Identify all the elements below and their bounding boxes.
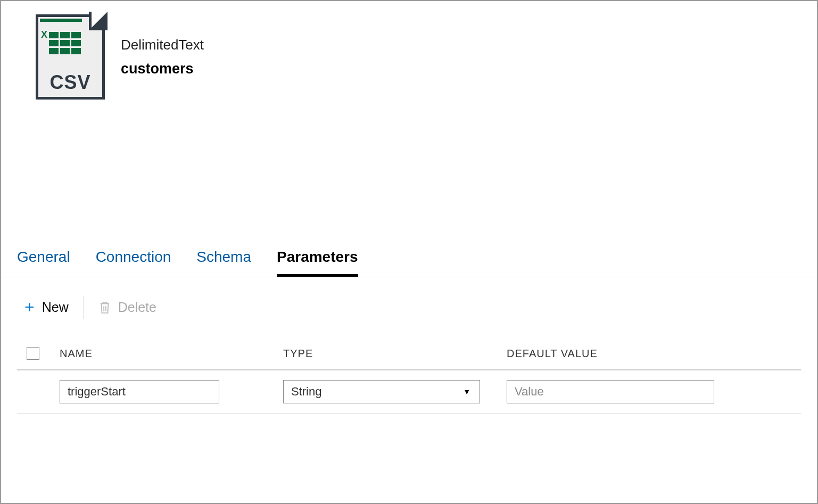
csv-x-mark: X (41, 29, 47, 40)
new-button-label: New (42, 300, 69, 315)
tab-connection[interactable]: Connection (96, 249, 171, 277)
tab-bar: General Connection Schema Parameters (1, 249, 817, 277)
header-type: TYPE (283, 348, 507, 360)
header-name: NAME (60, 348, 283, 360)
trash-icon (99, 301, 111, 315)
table-row: ▼ (17, 370, 801, 414)
tab-parameters[interactable]: Parameters (277, 249, 358, 277)
new-button[interactable]: + New (24, 293, 69, 321)
parameter-default-input[interactable] (507, 380, 714, 403)
dataset-info: DelimitedText customers (121, 37, 204, 77)
plus-icon: + (24, 298, 35, 317)
csv-file-icon: X CSV (36, 14, 105, 100)
parameter-name-input[interactable] (60, 380, 219, 403)
parameters-table: NAME TYPE DEFAULT VALUE ▼ (1, 337, 817, 414)
select-all-checkbox[interactable] (27, 347, 39, 360)
table-header: NAME TYPE DEFAULT VALUE (17, 337, 801, 370)
delete-button-label: Delete (118, 300, 156, 315)
csv-icon-label: CSV (49, 71, 90, 94)
dataset-header: X CSV DelimitedText customers (1, 14, 817, 100)
toolbar-divider (84, 296, 84, 319)
tab-schema[interactable]: Schema (196, 249, 251, 277)
dataset-type: DelimitedText (121, 37, 204, 53)
parameters-toolbar: + New Delete (1, 277, 817, 337)
header-default-value: DEFAULT VALUE (507, 348, 801, 360)
tab-general[interactable]: General (17, 249, 70, 277)
dataset-name: customers (121, 61, 204, 77)
delete-button: Delete (99, 295, 156, 319)
parameter-type-select[interactable] (283, 380, 480, 403)
